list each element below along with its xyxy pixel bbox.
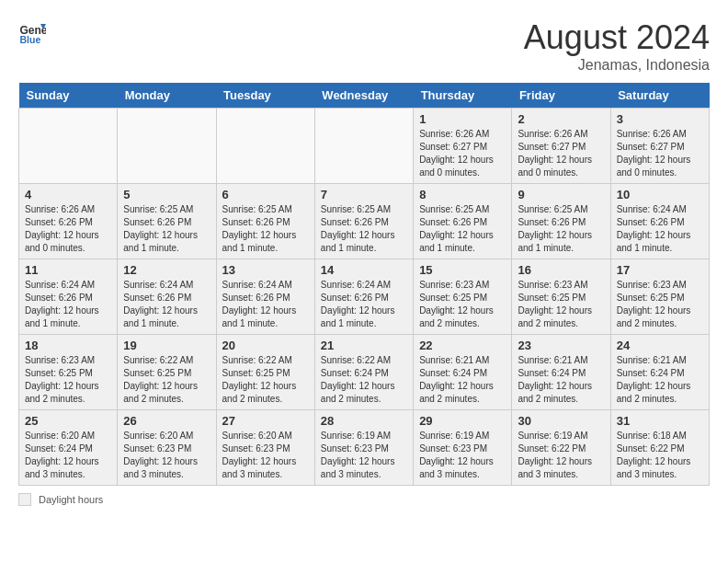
- day-number: 5: [123, 188, 210, 201]
- day-number: 30: [518, 414, 604, 428]
- day-number: 26: [123, 414, 210, 428]
- day-number: 23: [518, 339, 604, 352]
- day-info: Sunrise: 6:19 AM Sunset: 6:23 PM Dayligh…: [419, 430, 506, 481]
- day-info: Sunrise: 6:24 AM Sunset: 6:26 PM Dayligh…: [123, 279, 210, 330]
- calendar-cell: 5Sunrise: 6:25 AM Sunset: 6:26 PM Daylig…: [118, 184, 216, 259]
- day-info: Sunrise: 6:24 AM Sunset: 6:26 PM Dayligh…: [321, 279, 407, 330]
- calendar-cell: 10Sunrise: 6:24 AM Sunset: 6:26 PM Dayli…: [610, 184, 709, 259]
- day-number: 13: [222, 263, 309, 277]
- day-info: Sunrise: 6:21 AM Sunset: 6:24 PM Dayligh…: [518, 354, 604, 406]
- week-row-3: 11Sunrise: 6:24 AM Sunset: 6:26 PM Dayli…: [19, 259, 710, 335]
- day-number: 31: [617, 414, 703, 428]
- calendar-cell: 14Sunrise: 6:24 AM Sunset: 6:26 PM Dayli…: [314, 259, 413, 335]
- day-number: 20: [222, 339, 309, 352]
- day-number: 14: [321, 263, 407, 277]
- day-number: 15: [419, 263, 506, 277]
- day-number: 8: [419, 188, 506, 201]
- calendar-cell: 18Sunrise: 6:23 AM Sunset: 6:25 PM Dayli…: [19, 335, 118, 410]
- calendar-cell: 31Sunrise: 6:18 AM Sunset: 6:22 PM Dayli…: [610, 410, 709, 486]
- calendar-cell: 7Sunrise: 6:25 AM Sunset: 6:26 PM Daylig…: [314, 184, 413, 259]
- calendar-cell: 2Sunrise: 6:26 AM Sunset: 6:27 PM Daylig…: [512, 109, 610, 184]
- col-header-saturday: Saturday: [610, 83, 709, 109]
- calendar-cell: 11Sunrise: 6:24 AM Sunset: 6:26 PM Dayli…: [19, 259, 118, 335]
- day-number: 17: [617, 263, 703, 277]
- col-header-monday: Monday: [118, 83, 216, 109]
- page-header: General Blue August 2024 Jenamas, Indone…: [18, 18, 710, 74]
- logo: General Blue: [18, 18, 46, 46]
- day-number: 21: [321, 339, 407, 352]
- calendar-cell: 26Sunrise: 6:20 AM Sunset: 6:23 PM Dayli…: [118, 410, 216, 486]
- calendar-cell: 3Sunrise: 6:26 AM Sunset: 6:27 PM Daylig…: [610, 109, 709, 184]
- week-row-4: 18Sunrise: 6:23 AM Sunset: 6:25 PM Dayli…: [19, 335, 710, 410]
- calendar-cell: 9Sunrise: 6:25 AM Sunset: 6:26 PM Daylig…: [512, 184, 610, 259]
- day-info: Sunrise: 6:21 AM Sunset: 6:24 PM Dayligh…: [617, 354, 703, 406]
- day-info: Sunrise: 6:25 AM Sunset: 6:26 PM Dayligh…: [321, 203, 407, 255]
- day-number: 4: [25, 188, 111, 201]
- day-info: Sunrise: 6:20 AM Sunset: 6:23 PM Dayligh…: [222, 430, 309, 481]
- day-info: Sunrise: 6:23 AM Sunset: 6:25 PM Dayligh…: [25, 354, 111, 406]
- title-block: August 2024 Jenamas, Indonesia: [524, 18, 710, 74]
- month-title: August 2024: [524, 18, 710, 57]
- day-number: 12: [123, 263, 210, 277]
- day-info: Sunrise: 6:23 AM Sunset: 6:25 PM Dayligh…: [518, 279, 604, 330]
- calendar-cell: [19, 109, 118, 184]
- day-number: 3: [617, 112, 703, 126]
- week-row-1: 1Sunrise: 6:26 AM Sunset: 6:27 PM Daylig…: [19, 109, 710, 184]
- footer-note: Daylight hours: [18, 493, 710, 506]
- svg-text:Blue: Blue: [20, 34, 41, 45]
- day-number: 27: [222, 414, 309, 428]
- day-info: Sunrise: 6:19 AM Sunset: 6:22 PM Dayligh…: [518, 430, 604, 481]
- day-number: 1: [419, 112, 506, 126]
- day-info: Sunrise: 6:25 AM Sunset: 6:26 PM Dayligh…: [123, 203, 210, 255]
- calendar-cell: 23Sunrise: 6:21 AM Sunset: 6:24 PM Dayli…: [512, 335, 610, 410]
- day-number: 6: [222, 188, 309, 201]
- day-number: 7: [321, 188, 407, 201]
- col-header-wednesday: Wednesday: [314, 83, 413, 109]
- week-row-5: 25Sunrise: 6:20 AM Sunset: 6:24 PM Dayli…: [19, 410, 710, 486]
- calendar-cell: [118, 109, 216, 184]
- calendar-cell: [216, 109, 314, 184]
- calendar-cell: 17Sunrise: 6:23 AM Sunset: 6:25 PM Dayli…: [610, 259, 709, 335]
- day-number: 29: [419, 414, 506, 428]
- calendar-cell: 4Sunrise: 6:26 AM Sunset: 6:26 PM Daylig…: [19, 184, 118, 259]
- day-info: Sunrise: 6:18 AM Sunset: 6:22 PM Dayligh…: [617, 430, 703, 481]
- day-info: Sunrise: 6:20 AM Sunset: 6:24 PM Dayligh…: [25, 430, 111, 481]
- day-number: 25: [25, 414, 111, 428]
- day-number: 28: [321, 414, 407, 428]
- day-number: 10: [617, 188, 703, 201]
- day-number: 19: [123, 339, 210, 352]
- day-info: Sunrise: 6:26 AM Sunset: 6:27 PM Dayligh…: [617, 128, 703, 179]
- calendar-cell: 13Sunrise: 6:24 AM Sunset: 6:26 PM Dayli…: [216, 259, 314, 335]
- location-subtitle: Jenamas, Indonesia: [524, 57, 710, 74]
- calendar-cell: 21Sunrise: 6:22 AM Sunset: 6:24 PM Dayli…: [314, 335, 413, 410]
- shaded-box: [18, 493, 31, 506]
- calendar-cell: 6Sunrise: 6:25 AM Sunset: 6:26 PM Daylig…: [216, 184, 314, 259]
- footer-label: Daylight hours: [39, 494, 103, 505]
- day-info: Sunrise: 6:21 AM Sunset: 6:24 PM Dayligh…: [419, 354, 506, 406]
- day-info: Sunrise: 6:26 AM Sunset: 6:26 PM Dayligh…: [25, 203, 111, 255]
- calendar-cell: 1Sunrise: 6:26 AM Sunset: 6:27 PM Daylig…: [414, 109, 512, 184]
- calendar-cell: 15Sunrise: 6:23 AM Sunset: 6:25 PM Dayli…: [414, 259, 512, 335]
- day-info: Sunrise: 6:24 AM Sunset: 6:26 PM Dayligh…: [222, 279, 309, 330]
- calendar-cell: 29Sunrise: 6:19 AM Sunset: 6:23 PM Dayli…: [414, 410, 512, 486]
- day-number: 11: [25, 263, 111, 277]
- day-number: 22: [419, 339, 506, 352]
- col-header-sunday: Sunday: [19, 83, 118, 109]
- calendar-cell: 30Sunrise: 6:19 AM Sunset: 6:22 PM Dayli…: [512, 410, 610, 486]
- day-info: Sunrise: 6:22 AM Sunset: 6:24 PM Dayligh…: [321, 354, 407, 406]
- calendar-cell: 8Sunrise: 6:25 AM Sunset: 6:26 PM Daylig…: [414, 184, 512, 259]
- logo-icon: General Blue: [18, 18, 46, 46]
- day-number: 9: [518, 188, 604, 201]
- day-info: Sunrise: 6:22 AM Sunset: 6:25 PM Dayligh…: [123, 354, 210, 406]
- calendar-cell: 16Sunrise: 6:23 AM Sunset: 6:25 PM Dayli…: [512, 259, 610, 335]
- col-header-thursday: Thursday: [414, 83, 512, 109]
- day-info: Sunrise: 6:23 AM Sunset: 6:25 PM Dayligh…: [617, 279, 703, 330]
- day-info: Sunrise: 6:25 AM Sunset: 6:26 PM Dayligh…: [518, 203, 604, 255]
- calendar-cell: 22Sunrise: 6:21 AM Sunset: 6:24 PM Dayli…: [414, 335, 512, 410]
- day-info: Sunrise: 6:23 AM Sunset: 6:25 PM Dayligh…: [419, 279, 506, 330]
- day-number: 24: [617, 339, 703, 352]
- day-info: Sunrise: 6:26 AM Sunset: 6:27 PM Dayligh…: [518, 128, 604, 179]
- calendar-table: SundayMondayTuesdayWednesdayThursdayFrid…: [18, 83, 710, 486]
- day-number: 16: [518, 263, 604, 277]
- calendar-cell: 28Sunrise: 6:19 AM Sunset: 6:23 PM Dayli…: [314, 410, 413, 486]
